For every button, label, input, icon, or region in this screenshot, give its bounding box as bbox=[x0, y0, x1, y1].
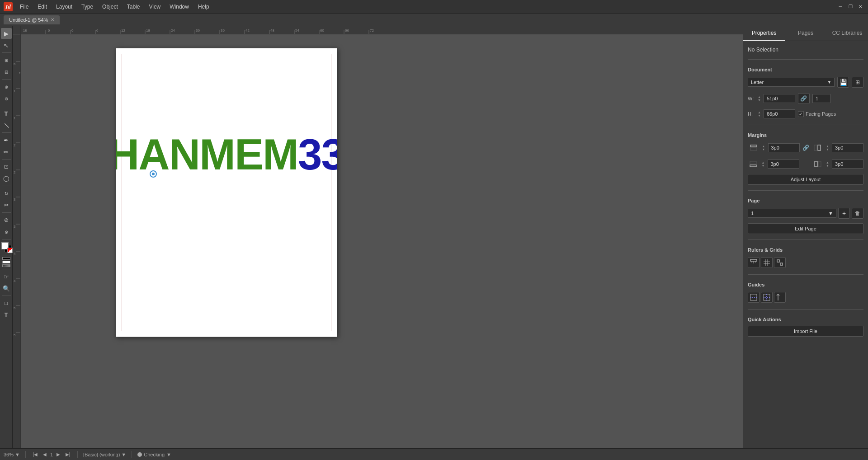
eyedropper[interactable]: ⊘ bbox=[1, 215, 12, 225]
tab-bar: Untitled-1 @ 54% ✕ bbox=[0, 14, 868, 26]
page-indicator: 1 bbox=[50, 452, 53, 457]
style-dropdown[interactable]: [Basic] (working) ▼ bbox=[83, 452, 126, 457]
tab-close-button[interactable]: ✕ bbox=[51, 17, 54, 22]
tab-properties[interactable]: Properties bbox=[743, 26, 785, 41]
window-controls: ─ ❐ ✕ bbox=[836, 3, 864, 11]
guides-button-3[interactable] bbox=[774, 292, 786, 303]
first-page-button[interactable]: |◀ bbox=[31, 451, 39, 459]
gradient-swatch[interactable] bbox=[2, 264, 10, 267]
guides-button-2[interactable] bbox=[761, 292, 773, 303]
rulers-grids-buttons bbox=[748, 257, 786, 268]
margin-top-spinner[interactable]: ▲▼ bbox=[762, 145, 765, 151]
next-page-button[interactable]: ▶ bbox=[54, 451, 62, 459]
svg-rect-31 bbox=[13, 34, 21, 351]
menu-help[interactable]: Help bbox=[193, 2, 214, 12]
content-collector[interactable]: ⊕ bbox=[1, 81, 12, 92]
line-tool[interactable]: | bbox=[0, 117, 14, 133]
margin-bottom-spinner[interactable]: ▲▼ bbox=[762, 161, 765, 167]
margin-right-input[interactable] bbox=[832, 143, 863, 152]
dropdown-arrow-icon: ▼ bbox=[827, 80, 831, 84]
direct-selection-tool[interactable]: ↖ bbox=[1, 40, 12, 51]
minimize-button[interactable]: ─ bbox=[836, 3, 844, 11]
gap-tool[interactable]: ⊟ bbox=[1, 66, 12, 77]
canvas-area[interactable]: PHANMEM333.com bbox=[21, 34, 743, 448]
rectangle-frame[interactable]: ⊡ bbox=[1, 161, 12, 172]
stroke-swatch[interactable] bbox=[2, 261, 10, 263]
svg-rect-60 bbox=[818, 145, 821, 150]
menu-edit[interactable]: Edit bbox=[33, 2, 52, 12]
close-button[interactable]: ✕ bbox=[856, 3, 864, 11]
grids-button[interactable] bbox=[761, 257, 773, 268]
margin-left-spinner[interactable]: ▲▼ bbox=[826, 161, 829, 167]
menu-object[interactable]: Object bbox=[98, 2, 123, 12]
margin-top-input[interactable] bbox=[768, 143, 800, 152]
menu-type[interactable]: Type bbox=[77, 2, 98, 12]
tab-cc-libraries[interactable]: CC Libraries bbox=[826, 26, 868, 41]
prev-page-button[interactable]: ◀ bbox=[41, 451, 49, 459]
content-placer[interactable]: ⊜ bbox=[1, 93, 12, 104]
delete-page-button[interactable]: 🗑 bbox=[852, 208, 863, 219]
status-separator-3 bbox=[132, 451, 132, 458]
document-preset-dropdown[interactable]: Letter ▼ bbox=[748, 78, 835, 87]
import-file-button[interactable]: Import File bbox=[748, 326, 863, 337]
facing-pages-checkbox[interactable] bbox=[798, 111, 804, 117]
guides-button-1[interactable] bbox=[748, 292, 760, 303]
zoom-tool[interactable]: 🔍 bbox=[1, 283, 12, 294]
margin-bottom-input[interactable] bbox=[768, 160, 799, 169]
menu-view[interactable]: View bbox=[144, 2, 165, 12]
document-section-title: Document bbox=[748, 67, 863, 72]
quick-actions-section-title: Quick Actions bbox=[748, 317, 863, 322]
color-swatches[interactable] bbox=[1, 242, 11, 252]
ellipse-frame[interactable]: ◯ bbox=[1, 173, 12, 184]
menu-window[interactable]: Window bbox=[165, 2, 193, 12]
last-page-button[interactable]: ▶| bbox=[64, 451, 72, 459]
add-page-button[interactable]: + bbox=[838, 208, 850, 219]
custom-document-btn[interactable]: ⊞ bbox=[852, 77, 863, 88]
tool-separator-10 bbox=[2, 269, 11, 269]
rulers-button[interactable] bbox=[748, 257, 760, 268]
selection-tool[interactable]: ▶ bbox=[1, 28, 12, 39]
edit-page-button[interactable]: Edit Page bbox=[748, 223, 863, 234]
adjust-layout-button[interactable]: Adjust Layout bbox=[748, 174, 863, 185]
width-spinner-arrows[interactable]: ▲▼ bbox=[758, 95, 761, 102]
pen-tool[interactable]: ✒ bbox=[1, 135, 12, 146]
margin-lock-icon[interactable]: 🔗 bbox=[802, 145, 809, 151]
pages-input[interactable] bbox=[812, 94, 830, 103]
menu-file[interactable]: File bbox=[15, 2, 33, 12]
frame-tool[interactable]: □ bbox=[1, 298, 12, 309]
zoom-dropdown[interactable]: 36% ▼ bbox=[4, 452, 20, 457]
rulers-grids-row bbox=[748, 257, 863, 268]
measure-tool[interactable]: ⊗ bbox=[1, 226, 12, 237]
text-frame-tool[interactable]: T bbox=[1, 310, 12, 320]
maximize-button[interactable]: ❐ bbox=[846, 3, 854, 11]
page-number-dropdown[interactable]: 1 ▼ bbox=[748, 209, 836, 218]
svg-text:0: 0 bbox=[71, 28, 74, 33]
save-document-btn[interactable]: 💾 bbox=[837, 77, 849, 88]
free-transform[interactable]: ↻ bbox=[1, 188, 12, 199]
fill-swatch[interactable] bbox=[2, 257, 10, 260]
tab-pages[interactable]: Pages bbox=[785, 26, 826, 41]
document-tab[interactable]: Untitled-1 @ 54% ✕ bbox=[4, 15, 60, 24]
swap-colors-icon[interactable] bbox=[7, 248, 13, 253]
main-layout: ▶ ↖ ⊞ ⊟ ⊕ ⊜ T | ✒ ✏ ⊡ ◯ ↻ ✂ ⊘ ⊗ bbox=[0, 26, 868, 448]
snapping-button[interactable] bbox=[774, 257, 786, 268]
height-spinner-arrows[interactable]: ▲▼ bbox=[758, 111, 761, 117]
document-preset-value: Letter bbox=[751, 80, 764, 85]
guides-buttons bbox=[748, 292, 786, 303]
page-content: PHANMEM333.com bbox=[116, 48, 337, 337]
margin-top-icon bbox=[748, 142, 760, 153]
margin-left-input[interactable] bbox=[832, 160, 863, 169]
status-separator-1 bbox=[25, 451, 26, 458]
scissors-tool[interactable]: ✂ bbox=[1, 200, 12, 211]
hand-tool[interactable]: ☞ bbox=[1, 271, 12, 282]
height-input[interactable] bbox=[764, 109, 795, 118]
link-dimensions-icon[interactable]: 🔗 bbox=[798, 93, 810, 104]
menu-layout[interactable]: Layout bbox=[52, 2, 77, 12]
svg-text:54: 54 bbox=[295, 28, 299, 33]
pencil-tool[interactable]: ✏ bbox=[1, 146, 12, 157]
menu-table[interactable]: Table bbox=[123, 2, 145, 12]
canvas-wrapper: -18 -6 0 6 12 18 24 30 36 bbox=[13, 26, 743, 448]
page-tool[interactable]: ⊞ bbox=[1, 55, 12, 66]
margin-right-spinner[interactable]: ▲▼ bbox=[826, 145, 829, 151]
width-input[interactable] bbox=[764, 94, 795, 103]
